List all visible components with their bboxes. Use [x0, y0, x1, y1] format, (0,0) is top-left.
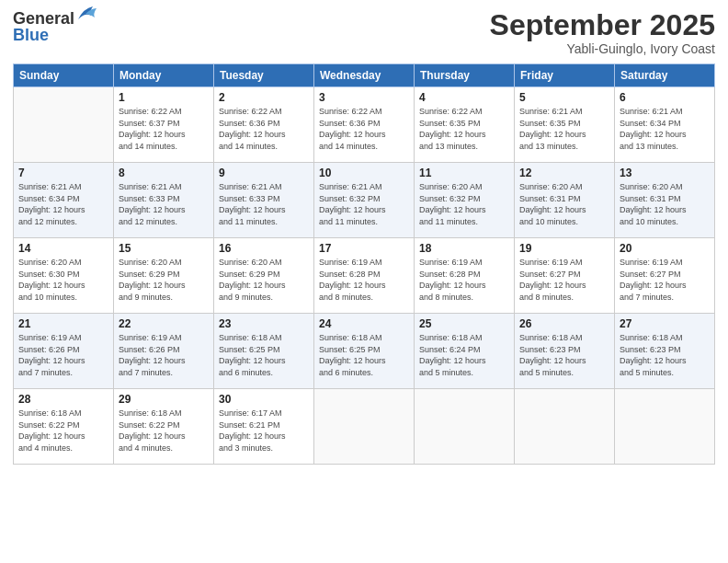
- day-number: 9: [219, 167, 309, 179]
- header-sunday: Sunday: [14, 64, 114, 87]
- logo: General Blue: [13, 9, 97, 43]
- day-number: 25: [419, 317, 509, 330]
- table-row: 16Sunrise: 6:20 AM Sunset: 6:29 PM Dayli…: [214, 238, 314, 314]
- day-info: Sunrise: 6:21 AM Sunset: 6:32 PM Dayligh…: [319, 181, 409, 227]
- header-monday: Monday: [114, 64, 214, 87]
- day-info: Sunrise: 6:18 AM Sunset: 6:23 PM Dayligh…: [620, 332, 710, 378]
- day-info: Sunrise: 6:21 AM Sunset: 6:34 PM Dayligh…: [18, 181, 108, 227]
- header-friday: Friday: [515, 64, 615, 87]
- day-number: 29: [119, 393, 209, 406]
- table-row: 7Sunrise: 6:21 AM Sunset: 6:34 PM Daylig…: [14, 163, 114, 238]
- day-number: 26: [519, 317, 609, 330]
- table-row: 3Sunrise: 6:22 AM Sunset: 6:36 PM Daylig…: [314, 87, 415, 163]
- day-number: 22: [119, 317, 209, 330]
- day-info: Sunrise: 6:21 AM Sunset: 6:35 PM Dayligh…: [519, 106, 609, 152]
- table-row: 19Sunrise: 6:19 AM Sunset: 6:27 PM Dayli…: [515, 238, 615, 314]
- table-row: 18Sunrise: 6:19 AM Sunset: 6:28 PM Dayli…: [415, 238, 515, 314]
- header-saturday: Saturday: [615, 64, 715, 87]
- table-row: 14Sunrise: 6:20 AM Sunset: 6:30 PM Dayli…: [14, 238, 114, 314]
- month-title: September 2025: [490, 9, 715, 41]
- logo-blue-line: Blue: [13, 27, 49, 43]
- day-info: Sunrise: 6:18 AM Sunset: 6:24 PM Dayligh…: [419, 332, 509, 378]
- table-row: 25Sunrise: 6:18 AM Sunset: 6:24 PM Dayli…: [415, 314, 515, 389]
- table-row: 6Sunrise: 6:21 AM Sunset: 6:34 PM Daylig…: [615, 87, 715, 163]
- day-info: Sunrise: 6:18 AM Sunset: 6:25 PM Dayligh…: [219, 332, 309, 378]
- day-number: 6: [620, 91, 710, 104]
- table-row: 17Sunrise: 6:19 AM Sunset: 6:28 PM Dayli…: [314, 238, 415, 314]
- table-row: 23Sunrise: 6:18 AM Sunset: 6:25 PM Dayli…: [214, 314, 314, 389]
- table-row: [615, 389, 715, 465]
- day-info: Sunrise: 6:17 AM Sunset: 6:21 PM Dayligh…: [219, 408, 309, 454]
- table-row: 24Sunrise: 6:18 AM Sunset: 6:25 PM Dayli…: [314, 314, 415, 389]
- table-row: [14, 87, 114, 163]
- day-info: Sunrise: 6:21 AM Sunset: 6:33 PM Dayligh…: [219, 181, 309, 227]
- calendar-header-row: Sunday Monday Tuesday Wednesday Thursday…: [14, 64, 715, 87]
- day-number: 30: [219, 393, 309, 406]
- table-row: 20Sunrise: 6:19 AM Sunset: 6:27 PM Dayli…: [615, 238, 715, 314]
- table-row: 28Sunrise: 6:18 AM Sunset: 6:22 PM Dayli…: [14, 389, 114, 465]
- day-number: 11: [419, 167, 509, 179]
- day-info: Sunrise: 6:20 AM Sunset: 6:32 PM Dayligh…: [419, 181, 509, 227]
- table-row: 8Sunrise: 6:21 AM Sunset: 6:33 PM Daylig…: [114, 163, 214, 238]
- day-info: Sunrise: 6:20 AM Sunset: 6:31 PM Dayligh…: [519, 181, 609, 227]
- day-info: Sunrise: 6:18 AM Sunset: 6:23 PM Dayligh…: [519, 332, 609, 378]
- day-number: 4: [419, 91, 509, 104]
- day-number: 10: [319, 167, 409, 179]
- header-tuesday: Tuesday: [214, 64, 314, 87]
- day-number: 18: [419, 242, 509, 255]
- location-subtitle: Yabli-Guinglo, Ivory Coast: [490, 41, 715, 56]
- day-info: Sunrise: 6:20 AM Sunset: 6:29 PM Dayligh…: [219, 257, 309, 303]
- day-number: 13: [620, 167, 710, 179]
- day-number: 5: [519, 91, 609, 104]
- table-row: 26Sunrise: 6:18 AM Sunset: 6:23 PM Dayli…: [515, 314, 615, 389]
- day-info: Sunrise: 6:18 AM Sunset: 6:22 PM Dayligh…: [119, 408, 209, 454]
- day-info: Sunrise: 6:19 AM Sunset: 6:26 PM Dayligh…: [119, 332, 209, 378]
- logo-bird-icon: [76, 6, 97, 25]
- table-row: 30Sunrise: 6:17 AM Sunset: 6:21 PM Dayli…: [214, 389, 314, 465]
- day-number: 17: [319, 242, 409, 255]
- day-number: 21: [18, 317, 108, 330]
- table-row: 15Sunrise: 6:20 AM Sunset: 6:29 PM Dayli…: [114, 238, 214, 314]
- day-number: 16: [219, 242, 309, 255]
- day-number: 1: [119, 91, 209, 104]
- day-number: 8: [119, 167, 209, 179]
- page: General Blue September 2025 Yabli-Guingl…: [0, 0, 728, 563]
- table-row: 29Sunrise: 6:18 AM Sunset: 6:22 PM Dayli…: [114, 389, 214, 465]
- day-number: 14: [18, 242, 108, 255]
- day-info: Sunrise: 6:20 AM Sunset: 6:29 PM Dayligh…: [119, 257, 209, 303]
- day-info: Sunrise: 6:19 AM Sunset: 6:28 PM Dayligh…: [319, 257, 409, 303]
- table-row: 4Sunrise: 6:22 AM Sunset: 6:35 PM Daylig…: [415, 87, 515, 163]
- day-info: Sunrise: 6:22 AM Sunset: 6:36 PM Dayligh…: [319, 106, 409, 152]
- header-thursday: Thursday: [415, 64, 515, 87]
- calendar-table: Sunday Monday Tuesday Wednesday Thursday…: [13, 63, 715, 465]
- table-row: [415, 389, 515, 465]
- table-row: 5Sunrise: 6:21 AM Sunset: 6:35 PM Daylig…: [515, 87, 615, 163]
- day-info: Sunrise: 6:19 AM Sunset: 6:27 PM Dayligh…: [519, 257, 609, 303]
- day-info: Sunrise: 6:18 AM Sunset: 6:22 PM Dayligh…: [18, 408, 108, 454]
- table-row: 21Sunrise: 6:19 AM Sunset: 6:26 PM Dayli…: [14, 314, 114, 389]
- day-number: 15: [119, 242, 209, 255]
- day-number: 19: [519, 242, 609, 255]
- logo-container: General Blue: [13, 9, 97, 43]
- table-row: 2Sunrise: 6:22 AM Sunset: 6:36 PM Daylig…: [214, 87, 314, 163]
- day-info: Sunrise: 6:18 AM Sunset: 6:25 PM Dayligh…: [319, 332, 409, 378]
- day-info: Sunrise: 6:19 AM Sunset: 6:26 PM Dayligh…: [18, 332, 108, 378]
- table-row: 12Sunrise: 6:20 AM Sunset: 6:31 PM Dayli…: [515, 163, 615, 238]
- table-row: [314, 389, 415, 465]
- table-row: 27Sunrise: 6:18 AM Sunset: 6:23 PM Dayli…: [615, 314, 715, 389]
- day-number: 12: [519, 167, 609, 179]
- day-number: 20: [620, 242, 710, 255]
- table-row: 13Sunrise: 6:20 AM Sunset: 6:31 PM Dayli…: [615, 163, 715, 238]
- day-info: Sunrise: 6:21 AM Sunset: 6:33 PM Dayligh…: [119, 181, 209, 227]
- day-number: 2: [219, 91, 309, 104]
- day-number: 28: [18, 393, 108, 406]
- table-row: 1Sunrise: 6:22 AM Sunset: 6:37 PM Daylig…: [114, 87, 214, 163]
- day-info: Sunrise: 6:22 AM Sunset: 6:35 PM Dayligh…: [419, 106, 509, 152]
- table-row: 22Sunrise: 6:19 AM Sunset: 6:26 PM Dayli…: [114, 314, 214, 389]
- day-number: 7: [18, 167, 108, 179]
- day-info: Sunrise: 6:19 AM Sunset: 6:28 PM Dayligh…: [419, 257, 509, 303]
- table-row: 10Sunrise: 6:21 AM Sunset: 6:32 PM Dayli…: [314, 163, 415, 238]
- day-info: Sunrise: 6:19 AM Sunset: 6:27 PM Dayligh…: [620, 257, 710, 303]
- day-info: Sunrise: 6:20 AM Sunset: 6:30 PM Dayligh…: [18, 257, 108, 303]
- day-info: Sunrise: 6:21 AM Sunset: 6:34 PM Dayligh…: [620, 106, 710, 152]
